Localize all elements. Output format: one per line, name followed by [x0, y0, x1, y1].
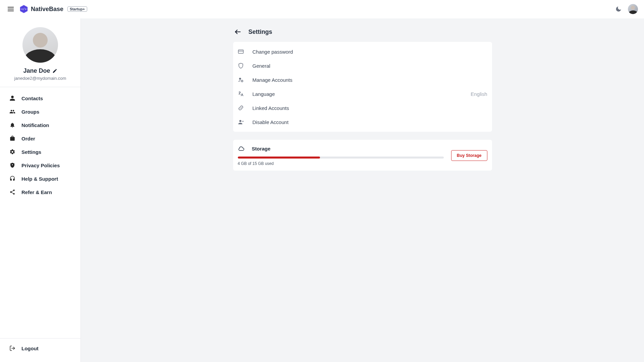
svg-text:</>: </>: [21, 7, 26, 11]
theme-toggle-icon[interactable]: [614, 4, 623, 14]
row-value: English: [471, 91, 487, 97]
page-title: Settings: [249, 28, 272, 36]
sidebar-item-contacts[interactable]: Contacts: [3, 92, 78, 105]
shield-outline-icon: [238, 63, 245, 69]
brand[interactable]: </> NativeBase Startup+: [19, 5, 87, 13]
row-label: Manage Accounts: [253, 77, 292, 83]
svg-point-11: [241, 80, 243, 82]
sidebar-item-label: Order: [21, 136, 35, 141]
group-icon: [9, 109, 15, 115]
card-icon: [238, 49, 245, 55]
row-manage-accounts[interactable]: Manage Accounts: [233, 73, 492, 87]
person-remove-icon: [238, 119, 245, 125]
profile-email: janedoe2@mydomain.com: [14, 76, 66, 81]
topbar-right: [614, 4, 638, 14]
sidebar-item-logout[interactable]: Logout: [3, 342, 78, 355]
menu-icon[interactable]: [6, 4, 15, 14]
sidebar-item-groups[interactable]: Groups: [3, 105, 78, 118]
avatar[interactable]: [628, 4, 638, 14]
shield-icon: [9, 162, 15, 168]
storage-progress-bar: [238, 157, 320, 159]
sidebar-item-notification[interactable]: Notification: [3, 119, 78, 131]
topbar-left: </> NativeBase Startup+: [6, 4, 87, 14]
settings-card: Change password General Manage Accounts …: [233, 42, 492, 132]
sidebar-item-label: Refer & Earn: [21, 189, 52, 195]
sidebar-item-label: Settings: [21, 149, 41, 155]
topbar: </> NativeBase Startup+: [0, 0, 644, 18]
sidebar-item-settings[interactable]: Settings: [3, 145, 78, 158]
row-language[interactable]: Language English: [233, 87, 492, 101]
cloud-icon: [238, 145, 245, 152]
gear-icon: [9, 149, 15, 155]
row-disable-account[interactable]: Disable Account: [233, 115, 492, 129]
sidebar-item-order[interactable]: Order: [3, 132, 78, 145]
sidebar-item-label: Help & Support: [21, 176, 58, 182]
sidebar-item-label: Logout: [21, 346, 39, 351]
row-linked-accounts[interactable]: Linked Accounts: [233, 101, 492, 115]
sidebar-item-label: Groups: [21, 109, 39, 115]
content: Settings Change password General Manage …: [81, 18, 644, 362]
sidebar-nav: Contacts Groups Notification Order Setti…: [0, 87, 80, 203]
edit-icon[interactable]: [52, 68, 57, 73]
row-label: Change password: [253, 49, 293, 55]
avatar-large[interactable]: [22, 27, 58, 63]
storage-usage-text: 4 GB of 15 GB used: [238, 161, 444, 166]
row-label: General: [253, 63, 270, 69]
row-label: Language: [253, 91, 275, 97]
sidebar-item-refer[interactable]: Refer & Earn: [3, 186, 78, 198]
sidebar-item-label: Notification: [21, 122, 49, 128]
buy-storage-button[interactable]: Buy Storage: [451, 150, 487, 161]
translate-icon: [238, 91, 245, 97]
row-change-password[interactable]: Change password: [233, 45, 492, 59]
logout-icon: [9, 345, 15, 351]
headset-icon: [9, 176, 15, 182]
sidebar-profile: Jane Doe janedoe2@mydomain.com: [0, 18, 80, 87]
brand-name: NativeBase: [31, 6, 63, 13]
storage-progress: [238, 157, 444, 159]
share-icon: [9, 189, 15, 195]
row-label: Disable Account: [253, 119, 289, 125]
row-label: Linked Accounts: [253, 105, 289, 111]
link-icon: [238, 105, 245, 111]
brand-logo-icon: </>: [19, 5, 28, 13]
sidebar-item-label: Contacts: [21, 96, 43, 101]
person-icon: [9, 95, 15, 101]
svg-point-10: [239, 78, 241, 80]
sidebar-item-privacy[interactable]: Privacy Policies: [3, 159, 78, 172]
back-icon[interactable]: [233, 27, 243, 37]
svg-rect-8: [238, 50, 243, 54]
storage-title: Storage: [252, 146, 271, 152]
storage-card: Storage 4 GB of 15 GB used Buy Storage: [233, 140, 492, 171]
plan-chip: Startup+: [67, 6, 87, 12]
sidebar-item-help[interactable]: Help & Support: [3, 172, 78, 185]
page-header: Settings: [233, 26, 492, 42]
bag-icon: [9, 135, 15, 141]
sidebar: Jane Doe janedoe2@mydomain.com Contacts …: [0, 18, 81, 362]
profile-name: Jane Doe: [23, 67, 50, 74]
manage-accounts-icon: [238, 77, 245, 83]
row-general[interactable]: General: [233, 59, 492, 73]
svg-point-16: [239, 120, 241, 122]
sidebar-item-label: Privacy Policies: [21, 163, 60, 168]
bell-icon: [9, 122, 15, 128]
